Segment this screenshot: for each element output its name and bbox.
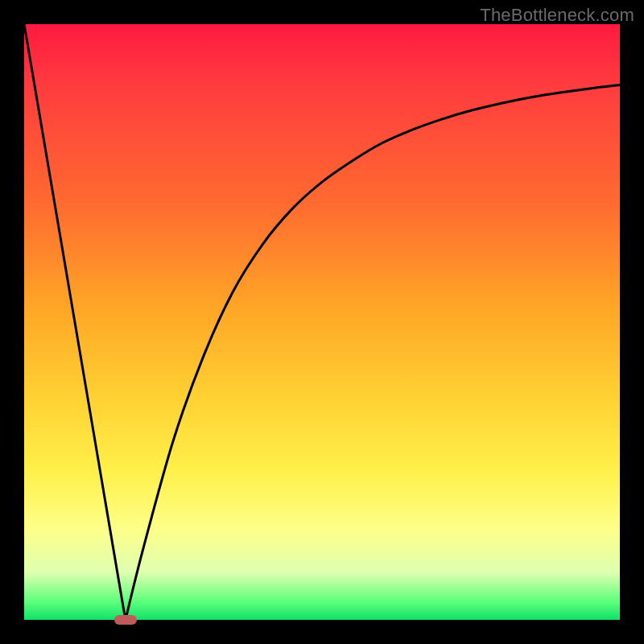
min-marker	[114, 615, 137, 625]
curve-path	[24, 24, 620, 644]
watermark-text: TheBottleneck.com	[480, 5, 634, 26]
chart-frame: TheBottleneck.com	[0, 0, 644, 644]
bottleneck-curve	[24, 24, 620, 620]
plot-area	[24, 24, 620, 620]
